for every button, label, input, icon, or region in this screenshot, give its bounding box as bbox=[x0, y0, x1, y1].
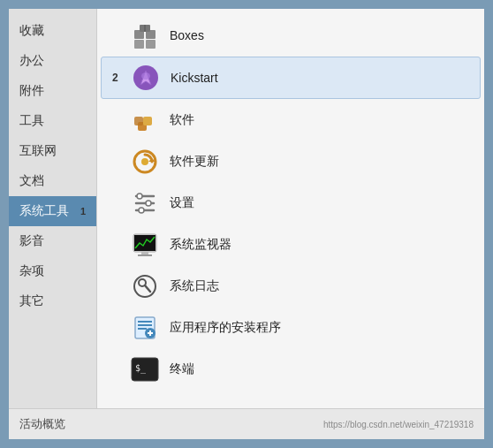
icon-app-installer bbox=[129, 312, 161, 344]
label-boxes: Boxes bbox=[170, 28, 204, 42]
footer-label[interactable]: 活动概览 bbox=[19, 416, 65, 432]
sidebar-item-system-tools[interactable]: 系统工具1 bbox=[9, 196, 96, 226]
content-item-app-installer[interactable]: 0 应用程序的安装程序 bbox=[101, 308, 481, 348]
spacer-settings: 0 bbox=[111, 197, 125, 209]
svg-point-9 bbox=[141, 72, 150, 80]
svg-point-15 bbox=[141, 158, 148, 165]
icon-kickstart bbox=[130, 62, 162, 94]
label-kickstart: Kickstart bbox=[171, 71, 218, 85]
icon-system-log bbox=[129, 270, 161, 302]
menu-container: 收藏办公附件工具互联网文档系统工具1影音杂项其它 0 Boxes 2 bbox=[9, 9, 484, 439]
content-area: 0 Boxes 2 Kickstart 0 bbox=[97, 9, 484, 408]
svg-rect-32 bbox=[138, 328, 147, 330]
spacer-system-log: 0 bbox=[111, 280, 125, 292]
content-item-terminal[interactable]: 0 $_ 终端 bbox=[101, 349, 481, 390]
content-item-system-monitor[interactable]: 0 系统监视器 bbox=[101, 224, 481, 265]
sidebar-item-documents[interactable]: 文档 bbox=[9, 166, 96, 196]
svg-rect-30 bbox=[138, 321, 152, 323]
spacer-terminal: 0 bbox=[111, 363, 125, 376]
svg-rect-25 bbox=[138, 254, 152, 256]
icon-boxes bbox=[129, 19, 161, 51]
sidebar-item-internet[interactable]: 互联网 bbox=[9, 136, 96, 166]
label-system-monitor: 系统监视器 bbox=[170, 237, 231, 253]
icon-software bbox=[129, 104, 161, 136]
spacer-boxes: 0 bbox=[111, 29, 125, 42]
content-item-software-update[interactable]: 0 软件更新 bbox=[101, 141, 481, 182]
content-item-kickstart[interactable]: 2 Kickstart bbox=[101, 57, 481, 99]
spacer-app-installer: 0 bbox=[111, 322, 125, 334]
svg-point-21 bbox=[139, 208, 144, 213]
menu-body: 收藏办公附件工具互联网文档系统工具1影音杂项其它 0 Boxes 2 bbox=[9, 9, 484, 408]
sidebar: 收藏办公附件工具互联网文档系统工具1影音杂项其它 bbox=[9, 9, 97, 408]
footer: 活动概览 https://blog.csdn.net/weixin_472193… bbox=[9, 408, 484, 439]
svg-text:$_: $_ bbox=[135, 363, 147, 374]
badge-kickstart: 2 bbox=[112, 72, 126, 84]
label-app-installer: 应用程序的安装程序 bbox=[170, 320, 281, 336]
content-item-system-log[interactable]: 0 系统日志 bbox=[101, 266, 481, 307]
label-software-update: 软件更新 bbox=[170, 154, 219, 170]
sidebar-badge-1: 1 bbox=[80, 206, 86, 216]
sidebar-item-office[interactable]: 办公 bbox=[9, 46, 96, 76]
spacer-software-update: 0 bbox=[111, 156, 125, 168]
label-terminal: 终端 bbox=[170, 361, 194, 377]
sidebar-item-accessories[interactable]: 附件 bbox=[9, 76, 96, 106]
svg-line-28 bbox=[145, 285, 150, 292]
svg-rect-3 bbox=[146, 40, 155, 49]
svg-rect-12 bbox=[134, 117, 143, 125]
svg-rect-24 bbox=[141, 252, 148, 254]
spacer-software: 0 bbox=[111, 114, 125, 126]
icon-system-monitor bbox=[129, 229, 161, 261]
icon-software-update bbox=[129, 146, 161, 178]
icon-terminal: $_ bbox=[129, 353, 161, 385]
spacer-system-monitor: 0 bbox=[111, 239, 125, 251]
svg-point-19 bbox=[137, 194, 142, 199]
footer-watermark: https://blog.csdn.net/weixin_47219318 bbox=[323, 420, 474, 429]
svg-rect-11 bbox=[143, 117, 152, 125]
sidebar-item-other[interactable]: 其它 bbox=[9, 286, 96, 316]
label-system-log: 系统日志 bbox=[170, 278, 219, 294]
label-software: 软件 bbox=[170, 112, 194, 128]
icon-settings bbox=[129, 187, 161, 219]
sidebar-item-misc[interactable]: 杂项 bbox=[9, 256, 96, 286]
sidebar-item-tools[interactable]: 工具 bbox=[9, 106, 96, 136]
sidebar-item-favorites[interactable]: 收藏 bbox=[9, 16, 96, 46]
svg-rect-2 bbox=[134, 40, 144, 49]
label-settings: 设置 bbox=[170, 195, 194, 211]
content-item-boxes[interactable]: 0 Boxes bbox=[101, 15, 481, 56]
sidebar-item-multimedia[interactable]: 影音 bbox=[9, 226, 96, 256]
svg-point-20 bbox=[146, 201, 151, 206]
svg-rect-31 bbox=[138, 324, 152, 326]
content-item-settings[interactable]: 0 设置 bbox=[101, 183, 481, 224]
content-item-software[interactable]: 0 软件 bbox=[101, 100, 481, 140]
